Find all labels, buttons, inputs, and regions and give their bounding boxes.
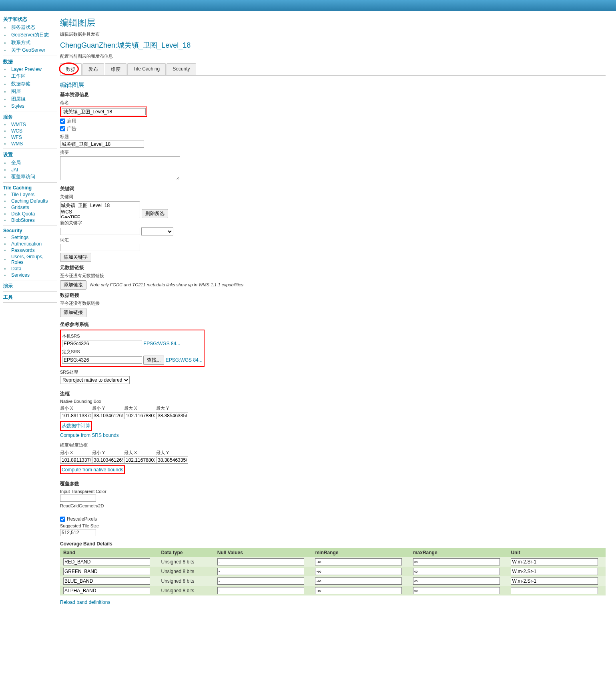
native-miny-input[interactable] [92, 412, 124, 419]
sidebar-link[interactable]: WMTS [11, 122, 26, 127]
band-min-input[interactable] [315, 558, 402, 565]
sidebar-link[interactable]: 关于 GeoServer [11, 47, 45, 54]
find-srs-button[interactable]: 查找... [143, 356, 164, 365]
sidebar-item[interactable]: ▪WMTS [3, 121, 57, 128]
band-name-input[interactable] [63, 587, 150, 594]
sidebar-item[interactable]: ▪WCS [3, 128, 57, 134]
sidebar-item[interactable]: ▪图层 [3, 88, 57, 95]
band-max-input[interactable] [413, 558, 500, 565]
sidebar-link[interactable]: Tile Layers [11, 192, 34, 197]
band-null-input[interactable] [217, 568, 304, 575]
sidebar-item[interactable]: ▪Disk Quota [3, 211, 57, 217]
sidebar-item[interactable]: ▪WMS [3, 141, 57, 147]
sidebar-item[interactable]: ▪Authentication [3, 241, 57, 247]
band-min-input[interactable] [315, 577, 402, 585]
sidebar-link[interactable]: WMS [11, 141, 23, 147]
enable-checkbox[interactable] [60, 119, 65, 124]
band-null-input[interactable] [217, 577, 304, 585]
sidebar-item[interactable]: ▪WFS [3, 134, 57, 141]
sidebar-item[interactable]: ▪Styles [3, 103, 57, 109]
native-srs-link[interactable]: EPSG:WGS 84... [143, 341, 180, 346]
sidebar-item[interactable]: ▪Settings [3, 234, 57, 241]
sidebar-item[interactable]: ▪关于 GeoServer [3, 46, 57, 54]
band-null-input[interactable] [217, 558, 304, 565]
band-min-input[interactable] [315, 587, 402, 594]
sidebar-link[interactable]: Data [11, 266, 21, 272]
sidebar-link[interactable]: 数据存储 [11, 80, 30, 87]
tab-tilecaching[interactable]: Tile Caching [127, 63, 166, 75]
declared-srs-input[interactable] [62, 356, 142, 364]
sidebar-link[interactable]: Gridsets [11, 205, 29, 210]
band-unit-input[interactable] [511, 568, 598, 575]
sidebar-item[interactable]: ▪BlobStores [3, 217, 57, 223]
sidebar-link[interactable]: 全局 [11, 159, 21, 166]
band-null-input[interactable] [217, 587, 304, 594]
advertise-checkbox[interactable] [60, 126, 65, 131]
native-maxx-input[interactable] [124, 412, 156, 419]
sidebar-item[interactable]: ▪Gridsets [3, 204, 57, 211]
sidebar-link[interactable]: 图层组 [11, 96, 26, 103]
sidebar-item[interactable]: ▪服务器状态 [3, 24, 57, 31]
tab-data[interactable]: 数据 [60, 63, 82, 75]
sidebar-item[interactable]: ▪Tile Layers [3, 191, 57, 198]
native-maxy-input[interactable] [156, 412, 188, 419]
sidebar-link[interactable]: JAI [11, 167, 18, 173]
sidebar-link[interactable]: 工作区 [11, 73, 26, 80]
sidebar-link[interactable]: 覆盖率访问 [11, 173, 35, 180]
band-unit-input[interactable] [511, 558, 598, 565]
sidebar-link[interactable]: Passwords [11, 247, 35, 253]
tab-dimension[interactable]: 维度 [105, 63, 126, 75]
band-name-input[interactable] [63, 577, 150, 585]
sidebar-item[interactable]: ▪数据存储 [3, 80, 57, 88]
sidebar-section-tools[interactable]: 工具 [3, 294, 57, 301]
input-transparent-input[interactable] [60, 495, 96, 502]
band-min-input[interactable] [315, 568, 402, 575]
sidebar-link[interactable]: 服务器状态 [11, 24, 35, 31]
tab-security[interactable]: Security [167, 63, 196, 75]
sidebar-item[interactable]: ▪JAI [3, 167, 57, 173]
sidebar-link[interactable]: GeoServer的日志 [11, 32, 49, 38]
sidebar-link[interactable]: Layer Preview [11, 66, 42, 72]
suggested-tile-input[interactable] [60, 529, 96, 536]
abstract-textarea[interactable] [60, 156, 180, 180]
sidebar-item[interactable]: ▪Data [3, 266, 57, 272]
sidebar-item[interactable]: ▪覆盖率访问 [3, 173, 57, 181]
native-srs-input[interactable] [62, 340, 142, 347]
sidebar-item[interactable]: ▪工作区 [3, 72, 57, 80]
latlon-minx-input[interactable] [60, 457, 92, 464]
sidebar-item[interactable]: ▪联系方式 [3, 39, 57, 46]
band-max-input[interactable] [413, 568, 500, 575]
band-max-input[interactable] [413, 587, 500, 594]
latlon-maxy-input[interactable] [156, 457, 188, 464]
new-keyword-input[interactable] [60, 228, 140, 235]
sidebar-link[interactable]: Styles [11, 103, 24, 109]
sidebar-item[interactable]: ▪Services [3, 272, 57, 278]
tab-publish[interactable]: 发布 [82, 63, 104, 75]
sidebar-item[interactable]: ▪全局 [3, 159, 57, 167]
keywords-select[interactable]: 城关镇_卫图_Level_18WCSGeoTIFF [60, 201, 140, 218]
band-unit-input[interactable] [511, 587, 598, 594]
keyword-language-select[interactable] [141, 227, 173, 235]
compute-from-srs-link[interactable]: Compute from SRS bounds [60, 432, 119, 438]
band-name-input[interactable] [63, 568, 150, 575]
rescale-checkbox[interactable] [60, 517, 65, 522]
native-minx-input[interactable] [60, 412, 92, 419]
band-max-input[interactable] [413, 577, 500, 585]
sidebar-item[interactable]: ▪GeoServer的日志 [3, 31, 57, 39]
sidebar-link[interactable]: Authentication [11, 241, 42, 247]
sidebar-link[interactable]: WFS [11, 135, 22, 140]
latlon-miny-input[interactable] [92, 457, 124, 464]
sidebar-section-demo[interactable]: 演示 [3, 283, 57, 290]
add-data-link-button[interactable]: 添加链接 [60, 308, 86, 317]
reload-bands-link[interactable]: Reload band definitions [60, 599, 110, 605]
title-input[interactable] [60, 141, 144, 148]
add-keyword-button[interactable]: 添加关键字 [60, 253, 91, 262]
sidebar-link[interactable]: Caching Defaults [11, 198, 48, 204]
add-metadata-link-button[interactable]: 添加链接 [60, 280, 86, 290]
srs-handling-select[interactable]: Reproject native to declared [60, 376, 130, 384]
sidebar-item[interactable]: ▪图层组 [3, 95, 57, 103]
sidebar-link[interactable]: Settings [11, 235, 28, 240]
sidebar-link[interactable]: BlobStores [11, 217, 35, 223]
sidebar-link[interactable]: 图层 [11, 88, 21, 95]
band-unit-input[interactable] [511, 577, 598, 585]
